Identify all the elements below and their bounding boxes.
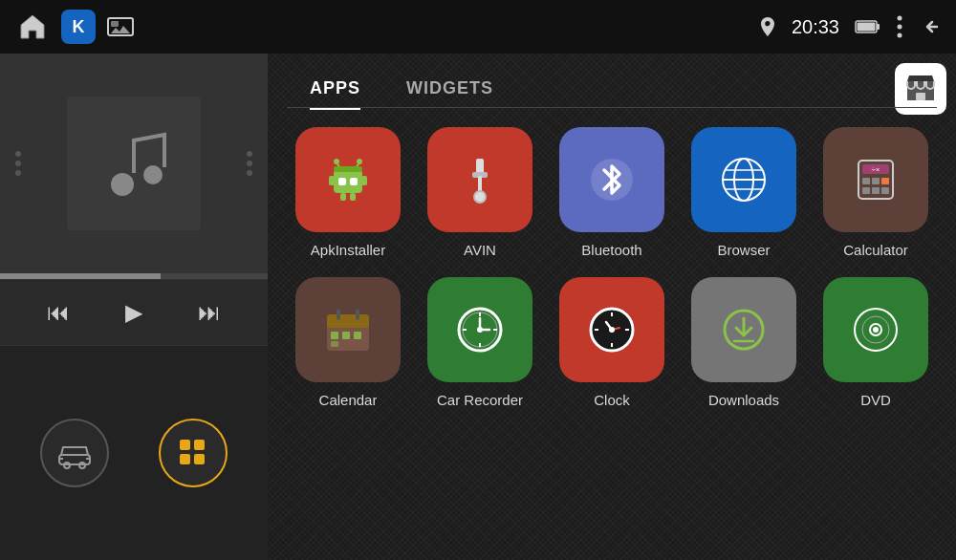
speaker-right [247, 151, 252, 176]
k-app-button[interactable]: K [61, 10, 96, 44]
download-label: Downloads [708, 392, 779, 408]
clock-face-icon [451, 301, 509, 358]
globe-icon [715, 151, 772, 208]
download-icon [691, 277, 796, 382]
robot-icon [319, 151, 377, 208]
gallery-button[interactable] [103, 10, 138, 44]
prev-button[interactable]: ⏮ [35, 291, 81, 334]
carrecorder-icon [427, 277, 532, 382]
app-calculator[interactable]: ÷× Calculator [815, 127, 937, 258]
svg-rect-49 [356, 309, 359, 320]
calendar-label: Calendar [319, 392, 378, 408]
svg-point-66 [609, 327, 615, 333]
svg-rect-28 [476, 159, 484, 174]
avin-icon [427, 127, 532, 232]
app-calendar[interactable]: Calendar [287, 277, 409, 408]
svg-rect-14 [194, 440, 205, 450]
browser-icon [691, 127, 796, 232]
svg-rect-41 [872, 178, 880, 184]
car-icon [55, 434, 94, 472]
app-dvd[interactable]: DVD [815, 277, 937, 408]
cal-icon [319, 301, 377, 358]
dvd-icon [823, 277, 928, 382]
svg-point-30 [474, 191, 486, 203]
svg-rect-10 [59, 455, 90, 464]
battery-icon [855, 19, 881, 34]
browser-label: Browser [717, 242, 770, 258]
svg-rect-52 [354, 332, 361, 339]
player-controls: ⏮ ▶ ⏭ [0, 279, 268, 346]
svg-rect-53 [331, 341, 338, 347]
app-carrecorder[interactable]: Car Recorder [419, 277, 541, 408]
next-button[interactable]: ⏭ [186, 291, 232, 334]
svg-point-22 [357, 159, 362, 164]
svg-rect-3 [877, 24, 880, 30]
apkinstaller-icon [295, 127, 401, 232]
svg-point-5 [898, 16, 902, 21]
svg-rect-15 [180, 454, 190, 464]
bottom-nav [0, 346, 268, 560]
svg-point-21 [334, 159, 339, 164]
svg-rect-19 [338, 178, 346, 185]
app-browser[interactable]: Browser [683, 127, 805, 258]
apkinstaller-label: ApkInstaller [311, 242, 385, 258]
speaker-left [15, 151, 21, 176]
svg-rect-13 [180, 440, 190, 450]
status-bar: K 20:33 [0, 0, 956, 54]
svg-rect-1 [111, 21, 119, 27]
app-avin[interactable]: AVIN [419, 127, 541, 258]
svg-rect-51 [342, 332, 350, 339]
app-clock[interactable]: Clock [551, 277, 673, 408]
status-bar-left: K [11, 6, 138, 48]
svg-rect-40 [862, 178, 870, 184]
calendar-icon [295, 277, 401, 382]
svg-rect-43 [862, 187, 870, 194]
avin-label: AVIN [464, 242, 496, 258]
apps-nav-button[interactable] [159, 419, 228, 487]
play-button[interactable]: ▶ [114, 291, 154, 334]
dl-icon [715, 301, 772, 358]
cable-icon [451, 151, 509, 208]
bluetooth-symbol-icon [583, 151, 641, 208]
app-bluetooth[interactable]: Bluetooth [551, 127, 673, 258]
svg-point-8 [111, 173, 134, 196]
svg-rect-50 [331, 332, 338, 339]
svg-text:÷×: ÷× [871, 165, 880, 174]
svg-rect-4 [858, 23, 876, 32]
music-note-icon [96, 125, 172, 202]
tab-apps[interactable]: APPS [287, 69, 383, 108]
home-button[interactable] [11, 6, 54, 48]
calculator-icon: ÷× [823, 127, 928, 232]
clock-icon [559, 277, 664, 382]
carrecorder-label: Car Recorder [437, 392, 523, 408]
car-nav-button[interactable] [40, 419, 109, 487]
svg-point-9 [143, 165, 163, 184]
svg-rect-48 [337, 309, 340, 320]
svg-rect-20 [350, 178, 358, 185]
svg-rect-24 [361, 176, 367, 185]
apps-grid-icon [174, 434, 212, 472]
bluetooth-label: Bluetooth [581, 242, 641, 258]
app-apkinstaller[interactable]: ApkInstaller [287, 127, 409, 258]
clock-label: Clock [594, 392, 630, 408]
back-button[interactable] [918, 13, 945, 40]
location-icon [759, 16, 776, 37]
dvd-label: DVD [860, 392, 891, 408]
svg-rect-42 [881, 178, 889, 184]
svg-point-72 [873, 327, 879, 333]
svg-rect-26 [350, 193, 356, 201]
svg-point-7 [898, 33, 902, 38]
tab-widgets[interactable]: WIDGETS [383, 69, 516, 108]
left-panel: ⏮ ▶ ⏭ [0, 54, 268, 560]
svg-rect-18 [334, 170, 362, 193]
calculator-label: Calculator [843, 242, 908, 258]
album-art-thumbnail [67, 97, 201, 230]
more-menu-icon[interactable] [897, 15, 902, 38]
tabs: APPS WIDGETS [287, 54, 937, 108]
tab-divider [287, 107, 937, 108]
status-time: 20:33 [792, 16, 839, 38]
calc-icon: ÷× [847, 151, 904, 208]
app-download[interactable]: Downloads [683, 277, 805, 408]
app-grid: ApkInstaller AVIN Bluetoot [287, 108, 937, 427]
svg-rect-23 [329, 176, 335, 185]
